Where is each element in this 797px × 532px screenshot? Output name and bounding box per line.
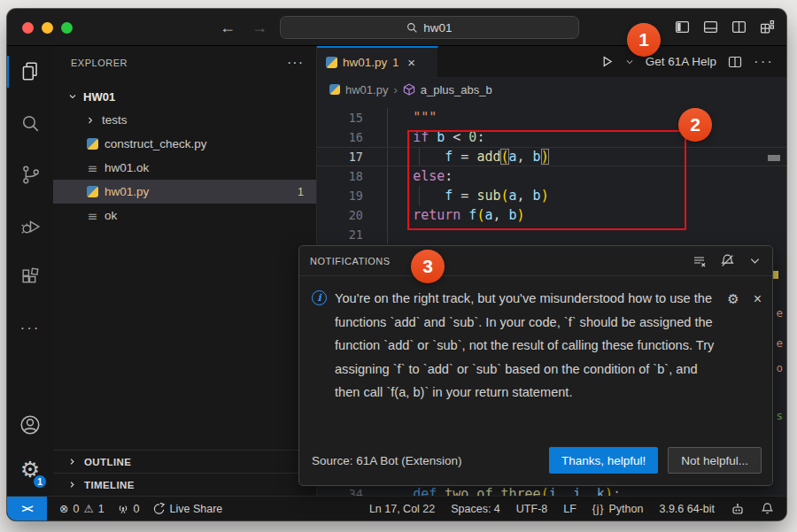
- line-number[interactable]: 16: [317, 127, 363, 147]
- notifications-panel: NOTIFICATIONS i You'r: [298, 245, 773, 486]
- root-label: HW01: [83, 90, 115, 104]
- problems-status-item[interactable]: ⊗ 0 ⚠ 1: [59, 502, 104, 515]
- run-file-icon[interactable]: [600, 55, 614, 68]
- activity-bar: ··· ⚙ 1: [7, 46, 53, 496]
- warning-icon: ⚠: [83, 502, 93, 515]
- split-editor-icon[interactable]: [731, 19, 747, 35]
- thanks-helpful-button[interactable]: Thanks, helpful!: [549, 447, 658, 474]
- forward-icon[interactable]: →: [251, 19, 267, 37]
- indentation-label: Spaces: 4: [451, 503, 500, 515]
- notification-message: You're on the right track, but you've mi…: [335, 287, 723, 405]
- error-count: 0: [73, 503, 79, 515]
- language-mode-item[interactable]: {ј} Python: [592, 503, 644, 515]
- run-dropdown-chevron-icon[interactable]: [625, 58, 634, 66]
- tree-item-ok[interactable]: ≡ok: [53, 204, 316, 227]
- broadcast-icon: [117, 503, 129, 515]
- line-number[interactable]: 15: [317, 108, 363, 127]
- problem-count-badge: 1: [298, 186, 304, 198]
- overview-ruler-cursor-marker[interactable]: [768, 155, 780, 161]
- clear-all-icon[interactable]: [693, 254, 707, 268]
- search-icon: [406, 22, 418, 34]
- outline-section[interactable]: OUTLINE: [53, 450, 316, 473]
- annotation-circle-1: 1: [627, 23, 661, 57]
- tree-item-label: tests: [102, 113, 128, 127]
- code-line-text: """: [381, 108, 437, 127]
- code-token: i: [549, 486, 557, 496]
- accounts-item[interactable]: [7, 402, 53, 448]
- line-number[interactable]: 17: [317, 147, 363, 166]
- clipped-code-char: e: [776, 336, 783, 350]
- sidebar-spacer: [53, 227, 316, 450]
- encoding-item[interactable]: UTF-8: [516, 503, 547, 515]
- tree-root-hw01[interactable]: HW01: [53, 85, 316, 108]
- source-control-activity-item[interactable]: [7, 149, 53, 200]
- tree-item-tests[interactable]: tests: [53, 108, 316, 132]
- command-center-search[interactable]: hw01: [280, 16, 579, 39]
- toggle-sidebar-icon[interactable]: [675, 19, 690, 35]
- line-number[interactable]: 21: [317, 225, 363, 244]
- activity-bar-spacer: [7, 354, 53, 402]
- code-token: :: [613, 486, 621, 496]
- chevron-down-icon: [67, 91, 78, 102]
- extensions-activity-item[interactable]: [7, 251, 53, 303]
- hide-notifications-chevron-icon[interactable]: [748, 254, 762, 267]
- language-mode-icon: {ј}: [592, 503, 605, 515]
- tab-bar: hw01.py 1 × Get 61A Help: [317, 46, 786, 78]
- customize-layout-icon[interactable]: [760, 19, 775, 35]
- python-file-icon: [87, 186, 98, 197]
- git-branch-icon: [19, 164, 42, 186]
- timeline-section[interactable]: TIMELINE: [53, 473, 316, 496]
- bell-icon[interactable]: [761, 502, 774, 515]
- explorer-activity-item[interactable]: [7, 46, 53, 97]
- notification-footer: Source: 61A Bot (Extension) Thanks, help…: [299, 447, 772, 485]
- breadcrumb-file[interactable]: hw01.py: [345, 83, 388, 96]
- interpreter-label: 3.9.6 64-bit: [659, 503, 715, 515]
- indentation-item[interactable]: Spaces: 4: [451, 503, 500, 515]
- notification-settings-gear-icon[interactable]: ⚙: [727, 291, 739, 307]
- cursor-position-item[interactable]: Ln 17, Col 22: [369, 503, 435, 515]
- run-debug-activity-item[interactable]: [7, 200, 53, 251]
- notification-close-icon[interactable]: ×: [754, 291, 762, 307]
- annotation-red-box: [407, 130, 686, 230]
- encoding-label: UTF-8: [516, 503, 547, 515]
- sidebar-more-icon[interactable]: ···: [287, 55, 304, 71]
- tab-hw01py[interactable]: hw01.py 1 ×: [317, 46, 438, 77]
- zoom-window-button[interactable]: [61, 22, 73, 34]
- close-tab-icon[interactable]: ×: [407, 55, 415, 70]
- list-file-icon: ≡: [87, 161, 98, 175]
- toggle-panel-icon[interactable]: [703, 19, 718, 35]
- line-number[interactable]: 19: [317, 186, 363, 205]
- timeline-label: TIMELINE: [84, 480, 135, 490]
- tree-item-construct-check-py[interactable]: construct_check.py: [53, 132, 316, 156]
- settings-item[interactable]: ⚙ 1: [7, 448, 53, 490]
- eol-item[interactable]: LF: [563, 503, 576, 515]
- more-views-item[interactable]: ···: [7, 303, 53, 354]
- minimize-window-button[interactable]: [42, 22, 53, 34]
- python-interpreter-item[interactable]: 3.9.6 64-bit: [659, 503, 715, 515]
- line-number[interactable]: 20: [317, 205, 363, 225]
- remote-indicator[interactable]: ><: [7, 497, 47, 521]
- screenshot-stage: ← → hw01: [0, 0, 797, 532]
- chevron-right-icon: [85, 115, 96, 126]
- split-editor-right-icon[interactable]: [728, 55, 742, 69]
- not-helpful-button[interactable]: Not helpful...: [668, 447, 762, 474]
- back-icon[interactable]: ←: [220, 19, 236, 37]
- close-window-button[interactable]: [22, 22, 34, 34]
- do-not-disturb-bell-icon[interactable]: [720, 253, 735, 268]
- get-61a-help-button[interactable]: Get 61A Help: [646, 55, 716, 68]
- search-activity-item[interactable]: [7, 97, 53, 149]
- line-number[interactable]: 18: [317, 166, 363, 186]
- code-token: def: [413, 486, 437, 496]
- annotation-circle-3: 3: [411, 250, 445, 283]
- robot-icon[interactable]: [731, 502, 745, 516]
- more-actions-icon[interactable]: ···: [754, 53, 774, 71]
- notification-item: i You're on the right track, but you've …: [299, 276, 772, 405]
- ports-status-item[interactable]: 0: [117, 503, 140, 515]
- code-token: ,: [557, 486, 573, 496]
- breadcrumb-symbol[interactable]: a_plus_abs_b: [421, 83, 492, 96]
- tree-item-hw01-ok[interactable]: ≡hw01.ok: [53, 156, 316, 180]
- code-line-15[interactable]: 15 """: [317, 108, 786, 127]
- live-share-status-item[interactable]: Live Share: [152, 502, 223, 515]
- vscode-window: ← → hw01: [7, 9, 786, 520]
- tree-item-hw01-py[interactable]: hw01.py1: [53, 180, 316, 204]
